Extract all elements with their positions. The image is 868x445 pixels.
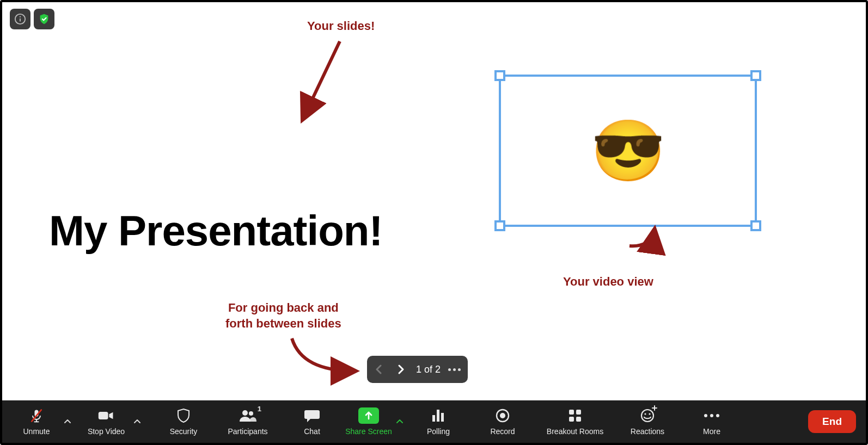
security-label: Security <box>170 427 198 436</box>
share-screen-button[interactable]: Share Screen <box>344 400 393 443</box>
slide-nav-bar: 1 of 2 <box>367 356 468 383</box>
audio-options-caret[interactable] <box>61 400 74 443</box>
chevron-left-icon <box>375 364 383 375</box>
svg-point-2 <box>20 16 21 17</box>
record-icon <box>495 408 510 423</box>
participants-label: Participants <box>228 427 267 436</box>
chevron-up-icon <box>396 418 404 425</box>
more-button[interactable]: More <box>687 400 736 443</box>
self-video-view[interactable]: 😎 <box>499 75 757 227</box>
svg-rect-11 <box>432 415 435 422</box>
share-screen-label: Share Screen <box>345 427 392 436</box>
svg-rect-7 <box>99 412 108 419</box>
stop-video-button[interactable]: Stop Video <box>82 400 131 443</box>
record-label: Record <box>490 427 515 436</box>
annotation-video-label: Your video view <box>563 274 653 290</box>
chevron-right-icon <box>396 364 405 375</box>
avatar-emoji: 😎 <box>591 121 665 181</box>
resize-handle-tl[interactable] <box>494 70 505 81</box>
svg-point-21 <box>644 413 646 415</box>
end-meeting-button[interactable]: End <box>808 410 856 433</box>
shield-icon <box>176 408 191 423</box>
shield-check-icon <box>38 13 50 25</box>
svg-rect-13 <box>441 413 444 422</box>
security-button[interactable]: Security <box>159 400 208 443</box>
chat-button[interactable]: Chat <box>288 400 337 443</box>
next-slide-button[interactable] <box>391 359 411 380</box>
resize-handle-tr[interactable] <box>750 70 761 81</box>
annotation-nav-label: For going back and forth between slides <box>225 300 341 331</box>
meeting-toolbar: Unmute Stop Video Security 1 <box>2 400 866 443</box>
svg-rect-16 <box>569 410 574 415</box>
resize-handle-bl[interactable] <box>494 220 505 231</box>
svg-rect-12 <box>437 410 439 422</box>
annotation-nav-line2: forth between slides <box>225 317 341 330</box>
more-label: More <box>703 427 720 436</box>
meeting-info-badges <box>10 9 54 29</box>
grid-icon <box>568 409 582 423</box>
svg-rect-18 <box>569 417 574 422</box>
meeting-info-button[interactable] <box>10 9 30 29</box>
annotation-nav-line1: For going back and <box>228 301 339 314</box>
annotation-slides-label: Your slides! <box>307 18 375 34</box>
ellipsis-icon <box>704 414 719 417</box>
reactions-label: Reactions <box>631 427 664 436</box>
microphone-muted-icon <box>29 408 44 423</box>
video-options-caret[interactable] <box>131 400 144 443</box>
svg-point-22 <box>649 413 650 415</box>
breakout-label: Breakout Rooms <box>547 427 603 436</box>
svg-point-9 <box>249 411 253 416</box>
chat-label: Chat <box>304 427 320 436</box>
record-button[interactable]: Record <box>478 400 527 443</box>
polling-button[interactable]: Polling <box>414 400 463 443</box>
meeting-window: My Presentation! 😎 Your slides! Your vid… <box>0 0 868 445</box>
svg-point-20 <box>641 410 653 422</box>
share-arrow-up-icon <box>364 411 373 421</box>
svg-point-15 <box>500 413 505 418</box>
svg-rect-19 <box>576 417 581 422</box>
chat-bubble-icon <box>304 409 320 423</box>
share-options-caret[interactable] <box>393 400 406 443</box>
participants-count-badge: 1 <box>258 405 261 413</box>
info-icon <box>14 13 26 25</box>
slide-nav-more-button[interactable] <box>446 368 462 371</box>
video-camera-icon <box>97 409 115 422</box>
participants-icon <box>239 409 257 423</box>
breakout-rooms-button[interactable]: Breakout Rooms <box>542 400 608 443</box>
resize-handle-br[interactable] <box>750 220 761 231</box>
encryption-button[interactable] <box>34 9 54 29</box>
plus-icon <box>652 405 657 411</box>
svg-point-8 <box>242 410 248 416</box>
prev-slide-button[interactable] <box>369 359 389 380</box>
participants-button[interactable]: 1 Participants <box>223 400 272 443</box>
reactions-button[interactable]: Reactions <box>623 400 672 443</box>
stop-video-label: Stop Video <box>88 427 125 436</box>
polling-label: Polling <box>427 427 450 436</box>
ellipsis-icon <box>448 368 461 371</box>
slide-title: My Presentation! <box>49 206 382 256</box>
slide-counter: 1 of 2 <box>413 364 444 375</box>
unmute-label: Unmute <box>23 427 50 436</box>
chevron-up-icon <box>133 418 141 425</box>
bar-chart-icon <box>431 409 446 423</box>
unmute-button[interactable]: Unmute <box>12 400 61 443</box>
svg-rect-17 <box>576 410 581 415</box>
chevron-up-icon <box>64 418 71 425</box>
